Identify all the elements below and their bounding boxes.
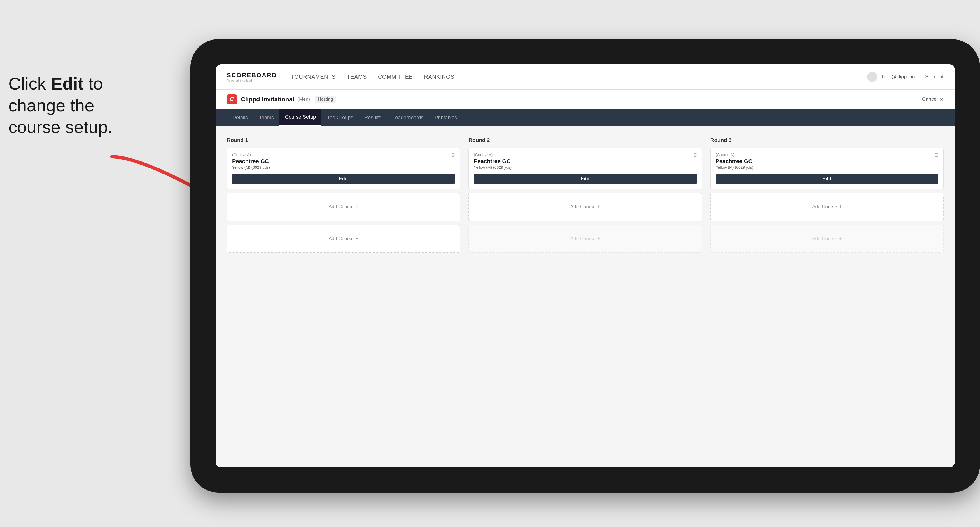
round-2-add-course-2: Add Course +	[468, 225, 702, 253]
sub-header: C Clippd Invitational (Men) Hosting Canc…	[216, 90, 955, 109]
tab-course-setup[interactable]: Course Setup	[280, 109, 321, 126]
round-1-column: Round 1 🗑 (Course A) Peachtree GC Yellow…	[227, 137, 460, 257]
round-1-course-details: Yellow (M) (6629 yds)	[232, 165, 455, 170]
round-1-course-card: 🗑 (Course A) Peachtree GC Yellow (M) (66…	[227, 148, 460, 189]
user-avatar	[867, 72, 877, 82]
sign-out-link[interactable]: Sign out	[925, 74, 943, 80]
round-2-add-course-2-text: Add Course	[570, 236, 595, 241]
round-3-add-course-2-text: Add Course	[812, 236, 837, 241]
rounds-grid: Round 1 🗑 (Course A) Peachtree GC Yellow…	[227, 137, 943, 257]
nav-committee[interactable]: COMMITTEE	[378, 74, 413, 80]
round-1-add-plus-1-icon: +	[355, 204, 358, 210]
round-1-add-course-1[interactable]: Add Course +	[227, 193, 460, 221]
tournament-icon: C	[227, 94, 237, 105]
round-2-add-course-1[interactable]: Add Course +	[468, 193, 702, 221]
round-3-add-plus-2-icon: +	[839, 236, 842, 242]
round-2-course-name: Peachtree GC	[474, 158, 696, 165]
instruction-text: Click Edit tochange thecourse setup.	[8, 73, 113, 138]
round-1-add-course-2[interactable]: Add Course +	[227, 225, 460, 253]
round-2-course-details: Yellow (M) (6629 yds)	[474, 165, 696, 170]
round-3-title: Round 3	[710, 137, 943, 143]
round-3-course-name: Peachtree GC	[716, 158, 938, 165]
round-2-course-label: (Course A)	[474, 152, 696, 157]
gender-badge: (Men)	[298, 97, 310, 102]
tab-results[interactable]: Results	[359, 109, 387, 126]
round-1-add-plus-2-icon: +	[355, 236, 358, 242]
tablet-screen: SCOREBOARD Powered by clippd TOURNAMENTS…	[216, 64, 955, 467]
hosting-badge: Hosting	[315, 96, 336, 103]
round-2-title: Round 2	[468, 137, 702, 143]
nav-teams[interactable]: TEAMS	[347, 74, 367, 80]
nav-tournaments[interactable]: TOURNAMENTS	[291, 74, 336, 80]
tab-bar: Details Teams Course Setup Tee Groups Re…	[216, 109, 955, 126]
tab-tee-groups[interactable]: Tee Groups	[321, 109, 359, 126]
tab-details[interactable]: Details	[227, 109, 253, 126]
logo-sub-text: Powered by clippd	[227, 79, 277, 82]
top-nav: SCOREBOARD Powered by clippd TOURNAMENTS…	[216, 64, 955, 90]
tab-leaderboards[interactable]: Leaderboards	[387, 109, 429, 126]
round-3-column: Round 3 🗑 (Course A) Peachtree GC Yellow…	[710, 137, 943, 257]
cancel-button[interactable]: Cancel ✕	[922, 96, 943, 102]
round-1-edit-button[interactable]: Edit	[232, 173, 455, 184]
tab-printables[interactable]: Printables	[429, 109, 463, 126]
user-email: blair@clippd.io	[882, 74, 915, 80]
round-1-add-course-1-text: Add Course	[329, 204, 354, 210]
round-2-course-card: 🗑 (Course A) Peachtree GC Yellow (M) (66…	[468, 148, 702, 189]
round-3-add-course-1-text: Add Course	[812, 204, 837, 210]
logo-top-text: SCOREBOARD	[227, 71, 277, 79]
round-2-add-plus-2-icon: +	[597, 236, 600, 242]
round-3-add-plus-1-icon: +	[839, 204, 842, 210]
instruction-highlight: Edit	[51, 74, 84, 93]
main-content: Round 1 🗑 (Course A) Peachtree GC Yellow…	[216, 126, 955, 467]
round-2-add-course-1-text: Add Course	[570, 204, 595, 210]
round-1-add-course-2-text: Add Course	[329, 236, 354, 241]
round-2-delete-icon[interactable]: 🗑	[693, 152, 698, 158]
round-2-column: Round 2 🗑 (Course A) Peachtree GC Yellow…	[468, 137, 702, 257]
nav-links: TOURNAMENTS TEAMS COMMITTEE RANKINGS	[291, 74, 867, 80]
round-1-course-label: (Course A)	[232, 152, 455, 157]
round-1-course-name: Peachtree GC	[232, 158, 455, 165]
nav-rankings[interactable]: RANKINGS	[424, 74, 454, 80]
nav-right: blair@clippd.io | Sign out	[867, 72, 943, 82]
scoreboard-logo: SCOREBOARD Powered by clippd	[227, 71, 277, 82]
round-3-course-card: 🗑 (Course A) Peachtree GC Yellow (M) (66…	[710, 148, 943, 189]
round-3-course-details: Yellow (M) (6629 yds)	[716, 165, 938, 170]
round-3-add-course-1[interactable]: Add Course +	[710, 193, 943, 221]
round-1-delete-icon[interactable]: 🗑	[451, 152, 456, 158]
tablet-frame: SCOREBOARD Powered by clippd TOURNAMENTS…	[190, 39, 980, 492]
tournament-name: Clippd Invitational	[241, 96, 294, 103]
round-3-course-label: (Course A)	[716, 152, 938, 157]
tab-teams[interactable]: Teams	[253, 109, 280, 126]
round-3-add-course-2: Add Course +	[710, 225, 943, 253]
round-3-delete-icon[interactable]: 🗑	[934, 152, 939, 158]
round-2-edit-button[interactable]: Edit	[474, 173, 696, 184]
round-3-edit-button[interactable]: Edit	[716, 173, 938, 184]
round-1-title: Round 1	[227, 137, 460, 143]
close-icon: ✕	[939, 96, 943, 102]
round-2-add-plus-1-icon: +	[597, 204, 600, 210]
